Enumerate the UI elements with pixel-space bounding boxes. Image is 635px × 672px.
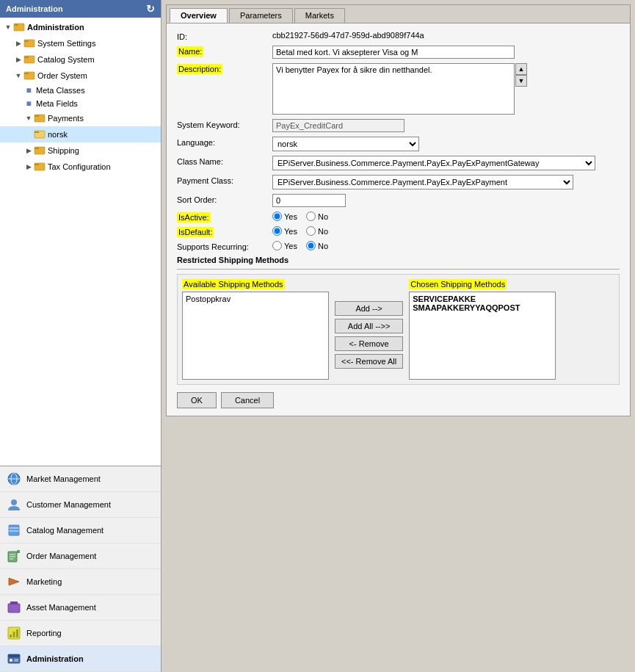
nav-label-catalog-management: Catalog Management: [26, 526, 104, 535]
scroll-down-button[interactable]: ▼: [515, 75, 527, 87]
expand-icon-4: ▼: [13, 71, 23, 81]
tree-item-shipping[interactable]: ▶ Shipping: [0, 142, 161, 159]
supports-recurring-no-radio[interactable]: No: [306, 241, 328, 250]
payment-class-value-wrapper: EPiServer.Business.Commerce.Payment.PayE…: [272, 175, 620, 189]
form-row-is-active: IsActive: Yes No: [177, 212, 620, 222]
nav-item-market-management[interactable]: Market Management: [0, 466, 161, 492]
svg-rect-5: [24, 57, 29, 58]
tree-item-payments[interactable]: ▼ Payments: [0, 110, 161, 126]
nav-label-administration: Administration: [26, 654, 84, 663]
tab-parameters[interactable]: Parameters: [229, 8, 293, 23]
nav-label-customer-management: Customer Management: [26, 500, 111, 509]
is-active-yes-radio[interactable]: Yes: [272, 212, 297, 221]
tree-item-catalog-system[interactable]: ▶ Catalog System: [0, 51, 161, 68]
admin-icon: [6, 651, 22, 667]
main-panel: Overview Parameters Markets ID: cbb21927…: [166, 4, 631, 416]
is-default-no-radio[interactable]: No: [306, 226, 328, 236]
nav-item-asset-management[interactable]: Asset Management: [0, 595, 161, 621]
admin-folder-icon: [13, 21, 25, 34]
svg-rect-30: [10, 601, 18, 604]
language-select[interactable]: norsk english: [272, 137, 419, 151]
sidebar-nav: Market Management Customer Management Ca…: [0, 466, 161, 672]
available-shipping-label: Available Shipping Methods: [182, 279, 285, 289]
sort-order-input[interactable]: [272, 194, 346, 207]
tree-item-admin-label: Administration: [27, 23, 84, 32]
refresh-icon[interactable]: ↻: [146, 3, 155, 15]
name-label: Name:: [177, 46, 272, 56]
svg-rect-20: [9, 525, 19, 535]
tree-item-norsk[interactable]: norsk: [0, 126, 161, 142]
market-icon: [6, 471, 22, 487]
chosen-shipping-item-1[interactable]: SERVICEPAKKE SMAAPAKKERYYAQQPOST: [411, 294, 554, 313]
payment-class-label: Payment Class:: [177, 175, 272, 185]
is-active-no-radio[interactable]: No: [306, 212, 328, 221]
class-name-select[interactable]: EPiServer.Business.Commerce.Payment.PayE…: [272, 156, 595, 170]
description-textarea[interactable]: Vi benytter Payex for å sikre din nettha…: [272, 63, 515, 115]
supports-recurring-yes-radio[interactable]: Yes: [272, 241, 297, 250]
svg-rect-1: [14, 24, 18, 26]
page-icon-2: ■: [23, 98, 34, 109]
form-row-name: Name:: [177, 46, 620, 59]
chosen-shipping-box: Chosen Shipping Methods SERVICEPAKKE SMA…: [409, 279, 556, 380]
description-label: Description:: [177, 63, 272, 73]
is-default-yes-radio[interactable]: Yes: [272, 226, 297, 236]
scroll-up-button[interactable]: ▲: [515, 63, 527, 75]
svg-rect-9: [35, 115, 39, 117]
tree-item-payments-label: Payments: [48, 114, 84, 123]
nav-item-customer-management[interactable]: Customer Management: [0, 492, 161, 518]
svg-rect-36: [8, 654, 20, 657]
tree-item-order-system-label: Order System: [37, 71, 87, 80]
tree-item-meta-fields[interactable]: ■ Meta Fields: [0, 97, 161, 110]
add-button[interactable]: Add -->: [335, 301, 403, 316]
expand-icon-7: ▶: [23, 162, 34, 172]
nav-label-marketing: Marketing: [26, 577, 62, 586]
id-value: cbb21927-56d9-47d7-959d-abd9089f744a: [272, 31, 424, 40]
form-row-class-name: Class Name: EPiServer.Business.Commerce.…: [177, 156, 620, 170]
action-buttons: OK Cancel: [177, 392, 620, 408]
tree-item-meta-classes[interactable]: ■ Meta Classes: [0, 84, 161, 97]
nav-item-reporting[interactable]: Reporting: [0, 621, 161, 646]
name-input[interactable]: [272, 46, 515, 59]
is-active-label: IsActive:: [177, 212, 272, 222]
catalog-icon: [6, 522, 22, 538]
add-all-button[interactable]: Add All -->>: [335, 319, 403, 333]
tab-markets[interactable]: Markets: [294, 8, 345, 23]
svg-marker-28: [9, 578, 19, 585]
svg-point-37: [10, 659, 12, 662]
tree-item-order-system[interactable]: ▼ Order System: [0, 68, 161, 84]
shipping-list-item-postoppkrav[interactable]: Postoppkrav: [184, 294, 327, 304]
system-keyword-input: [272, 119, 404, 132]
sidebar-title: Administration: [6, 4, 63, 13]
form-row-language: Language: norsk english: [177, 137, 620, 151]
tree-item-system-settings[interactable]: ▶ System Settings: [0, 35, 161, 51]
available-shipping-list[interactable]: Postoppkrav: [182, 292, 329, 380]
sort-order-label: Sort Order:: [177, 194, 272, 204]
nav-item-administration[interactable]: Administration: [0, 646, 161, 672]
tab-overview[interactable]: Overview: [170, 8, 228, 23]
svg-rect-13: [35, 148, 39, 149]
nav-item-marketing[interactable]: Marketing: [0, 569, 161, 595]
remove-all-button[interactable]: <<- Remove All: [335, 354, 403, 369]
asset-icon: [6, 599, 22, 615]
tree-item-admin[interactable]: ▼ Administration: [0, 19, 161, 35]
scroll-buttons: ▲ ▼: [515, 63, 527, 115]
chosen-shipping-label: Chosen Shipping Methods: [409, 279, 507, 289]
form-row-supports-recurring: Supports Recurring: Yes No: [177, 241, 620, 251]
folder-icon-4: [34, 112, 46, 125]
cancel-button[interactable]: Cancel: [221, 392, 274, 408]
nav-item-order-management[interactable]: Order Management: [0, 543, 161, 569]
nav-label-market-management: Market Management: [26, 474, 101, 483]
tree-item-tax-configuration-label: Tax Configuration: [48, 162, 111, 171]
ok-button[interactable]: OK: [177, 392, 217, 408]
form-row-payment-class: Payment Class: EPiServer.Business.Commer…: [177, 175, 620, 189]
tree-item-tax-configuration[interactable]: ▶ Tax Configuration: [0, 159, 161, 175]
chosen-shipping-list[interactable]: SERVICEPAKKE SMAAPAKKERYYAQQPOST: [409, 292, 556, 380]
payment-class-select[interactable]: EPiServer.Business.Commerce.Payment.PayE…: [272, 175, 573, 189]
expand-icon-2: ▶: [13, 38, 23, 48]
remove-button[interactable]: <- Remove: [335, 336, 403, 351]
nav-item-catalog-management[interactable]: Catalog Management: [0, 518, 161, 543]
name-value-wrapper: [272, 46, 620, 59]
expand-icon-3: ▶: [13, 54, 23, 65]
expand-icon-6: ▶: [23, 145, 34, 156]
tab-bar: Overview Parameters Markets: [167, 5, 630, 24]
